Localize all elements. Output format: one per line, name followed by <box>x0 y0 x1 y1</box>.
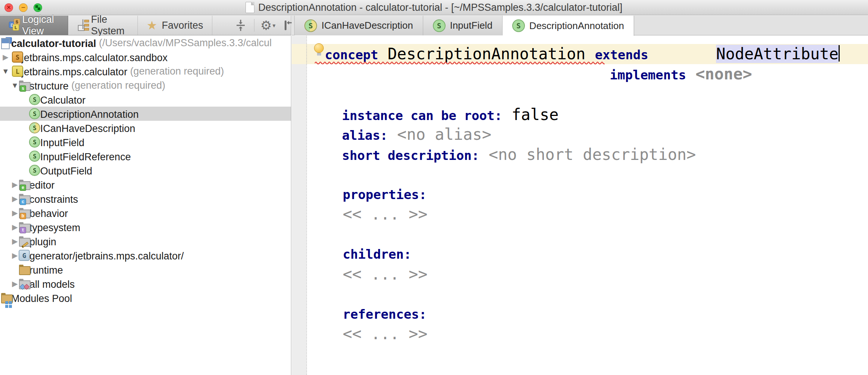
generator-icon: G <box>19 250 30 261</box>
editor-tab-descriptionannotation[interactable]: DescriptionAnnotation <box>503 16 634 36</box>
modules-pool-icon <box>1 292 12 303</box>
model-diamond <box>24 284 30 290</box>
keyword-text: children: <box>343 247 411 262</box>
tree-row-label: behavior <box>29 208 68 219</box>
tree-row-jetbrains-mps-calculator[interactable]: ▼Ljetbrains.mps.calculator (generation r… <box>0 64 291 78</box>
tree-row-inputfieldreference[interactable]: SInputFieldReference <box>0 149 291 163</box>
view-tab-label: Logical View <box>22 14 58 37</box>
editor-line-shortdesc[interactable]: short description: <no short description… <box>342 145 696 168</box>
editor-tab-label: InputField <box>450 20 492 31</box>
tree-row-outputfield[interactable]: SOutputField <box>0 163 291 177</box>
collapse-arrow-icon[interactable]: ▼ <box>1 64 10 78</box>
tree-row-generator-jetbrains-mps-calculator[interactable]: ▶Ggenerator/jetbrains.mps.calculator/ <box>0 248 291 262</box>
value-text <box>686 65 696 83</box>
tree-row-editor[interactable]: ▶eeditor <box>0 177 291 192</box>
settings-button[interactable]: ⚙ ▾ <box>260 18 276 33</box>
folder-typesystem-icon: t <box>19 221 30 233</box>
expand-arrow-icon[interactable]: ▶ <box>1 50 10 64</box>
placeholder-text: <none> <box>696 65 752 83</box>
tree-row-constraints[interactable]: ▶cconstraints <box>0 192 291 206</box>
tree-row-label: Modules Pool <box>11 293 72 304</box>
folder-plugin-icon <box>19 236 30 247</box>
window-titlebar: ✕− DescriptionAnnotation - calculator-tu… <box>0 0 868 15</box>
logical-view-icon: DSL <box>9 19 18 32</box>
close-icon: ✕ <box>5 4 13 12</box>
traffic-light-fullscreen[interactable] <box>34 3 42 12</box>
editor-line-implements[interactable]: implements <none> <box>610 64 752 88</box>
editor-pane[interactable]: concept DescriptionAnnotation extendsNod… <box>292 36 868 375</box>
fullscreen-icon <box>34 4 42 12</box>
tree-row-label: DescriptionAnnotation <box>40 109 139 120</box>
folder-models-icon <box>19 278 30 289</box>
gutter-divider <box>306 36 307 375</box>
editor-line-ph2[interactable]: << ... >> <box>343 264 428 288</box>
concept-icon: S <box>29 108 40 119</box>
tree-row-label: calculator-tutorial <box>11 38 96 49</box>
tree-row-suffix: (generation required) <box>69 80 165 91</box>
badge-folder-typesystem: t <box>20 227 26 233</box>
tree-row-label: InputField <box>40 137 85 148</box>
editor-line-ph1[interactable]: << ... >> <box>343 204 428 228</box>
keyword-text: alias: <box>342 128 388 143</box>
editor-line-references[interactable]: references: <box>343 304 427 327</box>
editor-line-children[interactable]: children: <box>343 244 411 267</box>
project-toolbar: DSLLogical ViewFile System★Favorites ⚙ ▾ <box>0 16 291 35</box>
tree-row-label: Calculator <box>40 95 86 106</box>
tree-row-icanhavedescription[interactable]: SICanHaveDescription <box>0 121 291 135</box>
traffic-light-close[interactable]: ✕ <box>4 3 13 12</box>
placeholder-text: << ... >> <box>343 205 428 223</box>
tree-row-calculator-tutorial[interactable]: calculator-tutorial (/Users/vaclav/MPSSa… <box>0 36 291 50</box>
view-tabs: DSLLogical ViewFile System★Favorites <box>0 16 212 35</box>
editor-tab-inputfield[interactable]: InputField <box>423 16 503 35</box>
editor-tabstrip: ICanHaveDescriptionInputFieldDescription… <box>292 16 868 35</box>
tree-row-inputfield[interactable]: SInputField <box>0 135 291 149</box>
tree-row-all-models[interactable]: ▶all models <box>0 277 291 291</box>
tree-row-label: all models <box>29 279 75 290</box>
view-tab-logical-view[interactable]: DSLLogical View <box>0 16 68 35</box>
tree-row-plugin[interactable]: ▶plugin <box>0 234 291 248</box>
keyword-text: implements <box>610 67 686 82</box>
folder-constraints-icon: c <box>19 193 30 204</box>
window-title: DescriptionAnnotation - calculator-tutor… <box>258 2 623 13</box>
interface-icon: S <box>29 122 40 133</box>
view-tab-favorites[interactable]: ★Favorites <box>138 16 213 35</box>
collapse-all-button[interactable] <box>232 18 249 33</box>
folder-behavior-icon: b <box>19 207 30 218</box>
tree-row-structure[interactable]: ▼sstructure (generation required) <box>0 78 291 92</box>
toolbar-separator <box>254 19 254 32</box>
badge-folder-constraints: c <box>20 199 26 205</box>
keyword-text: concept <box>325 47 378 62</box>
minimize-icon: − <box>19 4 27 12</box>
tree-row-typesystem[interactable]: ▶ttypesystem <box>0 220 291 234</box>
chevron-down-icon: ▾ <box>273 22 276 29</box>
view-tab-file-system[interactable]: File System <box>68 16 138 35</box>
lightbulb-intention-icon[interactable] <box>314 43 324 53</box>
tree-row-descriptionannotation[interactable]: SDescriptionAnnotation <box>0 107 291 121</box>
project-icon <box>1 37 12 48</box>
tree-row-modules-pool[interactable]: Modules Pool <box>0 291 291 305</box>
favorites-icon: ★ <box>147 19 158 32</box>
tree-row-jetbrains-mps-calculator-sandbox[interactable]: ▶Sjetbrains.mps.calculator.sandbox <box>0 50 291 64</box>
traffic-light-minimize[interactable]: − <box>19 3 28 12</box>
concept-icon <box>512 19 525 32</box>
solution-icon: S <box>12 51 23 63</box>
traffic-lights: ✕− <box>4 3 42 12</box>
placeholder-text: <no alias> <box>388 125 491 144</box>
tree-row-behavior[interactable]: ▶bbehavior <box>0 206 291 220</box>
tree-row-runtime[interactable]: runtime <box>0 262 291 277</box>
selected-token: NodeAttribute <box>716 45 839 63</box>
keyword-text: short description: <box>342 148 479 163</box>
editor-tab-icanhavedescription[interactable]: ICanHaveDescription <box>294 16 423 35</box>
badge-folder-structure: s <box>20 85 26 92</box>
language-icon: L <box>12 66 23 77</box>
editor-tab-label: ICanHaveDescription <box>321 20 413 31</box>
editor-line-properties[interactable]: properties: <box>343 185 427 207</box>
concept-icon: S <box>29 165 40 176</box>
tree-row-label: constraints <box>29 194 78 205</box>
editor-line-ph3[interactable]: << ... >> <box>343 324 428 347</box>
tree-row-label: structure <box>29 81 69 92</box>
interface-concept-icon <box>304 19 317 32</box>
tree-row-calculator[interactable]: SCalculator <box>0 92 291 107</box>
placeholder-text: << ... >> <box>343 265 428 283</box>
document-icon <box>245 2 254 13</box>
